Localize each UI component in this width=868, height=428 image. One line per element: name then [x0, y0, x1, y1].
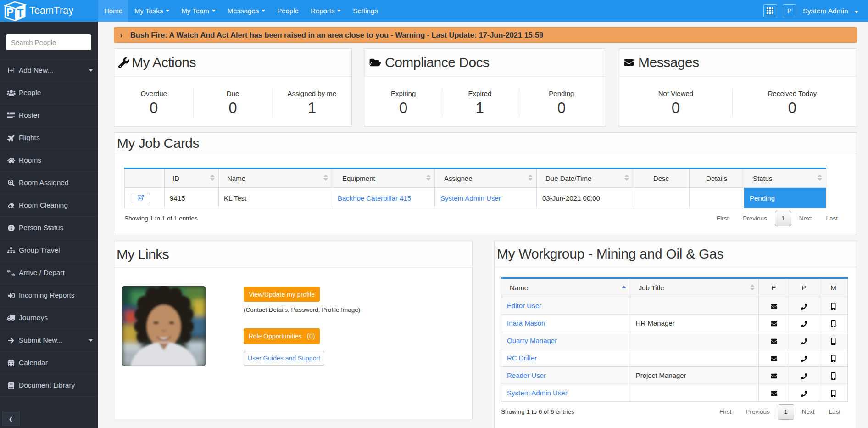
svg-text:T: T	[17, 6, 24, 19]
svg-text:P: P	[6, 6, 14, 18]
